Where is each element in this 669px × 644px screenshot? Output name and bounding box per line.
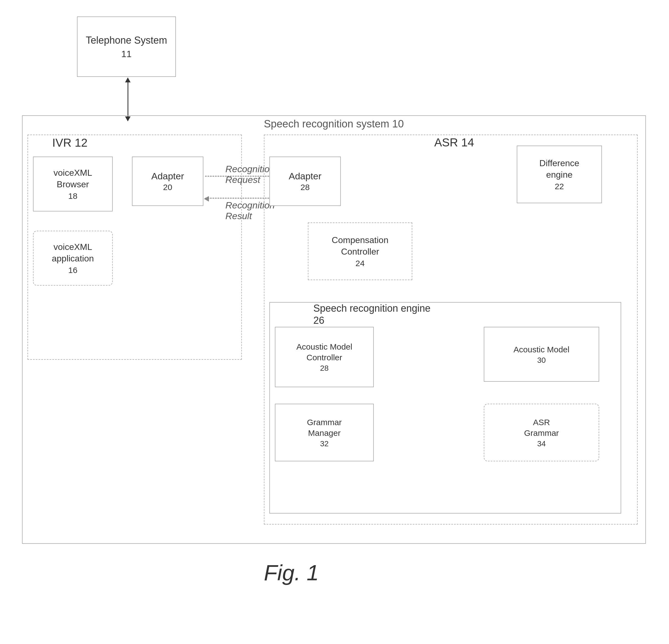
asr-grammar-box: ASRGrammar 34: [484, 404, 599, 462]
speech-recognition-engine-number: 26: [313, 315, 324, 326]
telephone-system-box: Telephone System 11: [77, 16, 176, 77]
arrowhead-up-icon: [125, 77, 130, 83]
acoustic-model-controller-label: Acoustic ModelController: [296, 341, 352, 363]
arrow-line-vertical: [128, 83, 128, 116]
adapter20-number: 20: [163, 182, 172, 192]
adapter28-box: Adapter 28: [269, 157, 341, 206]
acoustic-model-controller-box: Acoustic ModelController 28: [275, 327, 374, 387]
asr-grammar-label: ASRGrammar: [524, 417, 559, 438]
compensation-controller-box: CompensationController 24: [308, 222, 412, 280]
voicexml-app-label: voiceXMLapplication: [52, 241, 94, 264]
diagram-container: Telephone System 11 Speech recognition s…: [16, 11, 653, 588]
voicexml-browser-number: 18: [68, 191, 77, 201]
compensation-controller-number: 24: [355, 259, 365, 268]
acoustic-model-number: 30: [537, 356, 545, 365]
figure-label: Fig. 1: [264, 560, 319, 586]
grammar-manager-box: GrammarManager 32: [275, 404, 374, 462]
telephone-system-label: Telephone System: [86, 34, 167, 47]
speech-recognition-system-label: Speech recognition system 10: [264, 118, 404, 130]
asr-grammar-number: 34: [537, 439, 545, 448]
compensation-controller-label: CompensationController: [332, 235, 388, 257]
adapter28-label: Adapter: [289, 171, 321, 181]
difference-engine-box: Differenceengine 22: [517, 146, 602, 203]
acoustic-model-label: Acoustic Model: [513, 344, 569, 355]
telephone-system-number: 11: [121, 49, 132, 59]
voicexml-browser-label: voiceXMLBrowser: [54, 167, 92, 190]
voicexml-browser-box: voiceXMLBrowser 18: [33, 157, 113, 211]
voicexml-app-number: 16: [68, 266, 77, 275]
adapter20-label: Adapter: [151, 171, 184, 181]
voicexml-app-box: voiceXMLapplication 16: [33, 231, 113, 286]
acoustic-model-controller-number: 28: [320, 364, 328, 373]
difference-engine-number: 22: [555, 182, 564, 191]
adapter20-box: Adapter 20: [132, 157, 203, 206]
grammar-manager-number: 32: [320, 439, 328, 448]
grammar-manager-label: GrammarManager: [307, 417, 342, 438]
acoustic-model-box: Acoustic Model 30: [484, 327, 599, 382]
asr-label: ASR 14: [434, 136, 474, 149]
telephone-ivr-arrow: [124, 77, 132, 121]
speech-recognition-engine-label: Speech recognition engine: [313, 303, 430, 314]
ivr-label: IVR 12: [52, 136, 87, 149]
recognition-result-arrowhead-icon: [204, 196, 209, 202]
difference-engine-label: Differenceengine: [539, 158, 579, 180]
adapter28-number: 28: [300, 182, 310, 192]
